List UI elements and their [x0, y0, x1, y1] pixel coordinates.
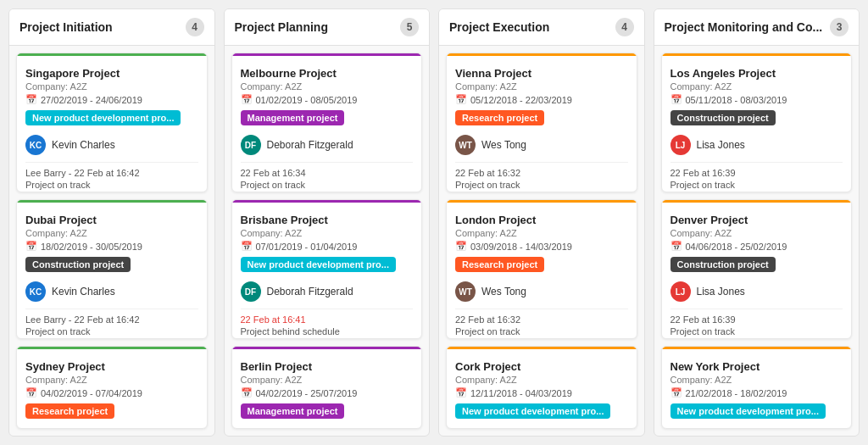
card-title: London Project — [455, 214, 628, 226]
column-execution: Project Execution4Vienna ProjectCompany:… — [438, 8, 645, 437]
card-tag[interactable]: New product development pro... — [670, 403, 826, 419]
card-cork[interactable]: Cork ProjectCompany: A2Z📅12/11/2018 - 04… — [446, 346, 637, 429]
card-footer: Lee Barry - 22 Feb at 16:42Project on tr… — [25, 309, 198, 339]
date-range: 07/01/2019 - 01/04/2019 — [256, 242, 358, 252]
column-initiation: Project Initiation4Singapore ProjectComp… — [8, 8, 215, 437]
calendar-icon: 📅 — [670, 241, 682, 252]
avatar-row: DFDeborah Fitzgerald — [241, 135, 414, 155]
date-range: 01/02/2019 - 08/05/2019 — [256, 95, 358, 105]
card-losangeles[interactable]: Los Angeles ProjectCompany: A2Z📅05/11/20… — [661, 53, 853, 192]
column-count-planning: 5 — [400, 18, 419, 36]
date-range: 04/02/2019 - 25/07/2019 — [256, 388, 358, 398]
card-date: 📅12/11/2018 - 04/03/2019 — [455, 387, 628, 398]
card-vienna[interactable]: Vienna ProjectCompany: A2Z📅05/12/2018 - … — [446, 53, 637, 192]
footer-status: Project on track — [455, 180, 628, 190]
column-count-execution: 4 — [615, 18, 634, 36]
date-range: 05/12/2018 - 22/03/2019 — [470, 95, 572, 105]
card-title: Singapore Project — [25, 67, 198, 80]
card-denver[interactable]: Denver ProjectCompany: A2Z📅04/06/2018 - … — [661, 199, 853, 339]
card-tag[interactable]: New product development pro... — [455, 403, 610, 419]
card-footer: 22 Feb at 16:32Project on track — [455, 309, 628, 339]
card-newyork[interactable]: New York ProjectCompany: A2Z📅21/02/2018 … — [661, 346, 853, 429]
card-singapore[interactable]: Singapore ProjectCompany: A2Z📅27/02/2019… — [16, 53, 208, 192]
card-tag[interactable]: Management project — [241, 403, 345, 419]
card-tag[interactable]: New product development pro... — [241, 257, 396, 272]
avatar: DF — [241, 135, 261, 155]
card-tag[interactable]: Management project — [241, 110, 345, 125]
card-title: New York Project — [670, 360, 843, 373]
column-count-initiation: 4 — [186, 18, 204, 36]
card-top-bar — [662, 53, 852, 56]
card-dubai[interactable]: Dubai ProjectCompany: A2Z📅18/02/2019 - 3… — [16, 199, 208, 339]
footer-status: Project on track — [455, 326, 628, 337]
card-tag[interactable]: Construction project — [670, 257, 776, 272]
card-tag[interactable]: Research project — [455, 257, 544, 272]
card-top-bar — [232, 53, 422, 56]
card-tag[interactable]: Research project — [25, 403, 114, 419]
calendar-icon: 📅 — [455, 94, 467, 105]
avatar-row: DFDeborah Fitzgerald — [241, 281, 414, 302]
footer-status: Project on track — [241, 180, 414, 190]
card-company: Company: A2Z — [25, 81, 198, 92]
assignee-name: Deborah Fitzgerald — [267, 139, 353, 151]
card-top-bar — [17, 347, 207, 349]
avatar: KC — [25, 281, 46, 302]
avatar-row: KCKevin Charles — [25, 135, 198, 155]
card-title: Cork Project — [455, 360, 628, 373]
card-company: Company: A2Z — [670, 81, 843, 92]
footer-date: 22 Feb at 16:39 — [670, 168, 843, 178]
card-footer: 22 Feb at 16:34Project on track — [241, 162, 414, 192]
card-company: Company: A2Z — [25, 375, 198, 385]
card-company: Company: A2Z — [455, 81, 628, 92]
date-range: 03/09/2018 - 14/03/2019 — [470, 242, 572, 252]
card-top-bar — [17, 53, 207, 56]
column-header-planning: Project Planning5 — [225, 9, 430, 46]
card-company: Company: A2Z — [455, 375, 628, 385]
avatar: KC — [25, 135, 46, 155]
card-company: Company: A2Z — [25, 228, 198, 238]
card-london[interactable]: London ProjectCompany: A2Z📅03/09/2018 - … — [446, 199, 637, 339]
card-berlin[interactable]: Berlin ProjectCompany: A2Z📅04/02/2019 - … — [231, 346, 423, 429]
kanban-board: Project Initiation4Singapore ProjectComp… — [8, 8, 860, 437]
footer-date: 22 Feb at 16:41 — [241, 314, 414, 325]
column-body-planning[interactable]: Melbourne ProjectCompany: A2Z📅01/02/2019… — [225, 46, 430, 436]
card-tag[interactable]: Construction project — [670, 110, 776, 125]
column-title-monitoring: Project Monitoring and Co... — [665, 20, 823, 34]
card-title: Melbourne Project — [241, 67, 414, 80]
column-body-initiation[interactable]: Singapore ProjectCompany: A2Z📅27/02/2019… — [9, 46, 214, 436]
card-footer: 22 Feb at 16:32Project on track — [455, 162, 628, 192]
card-tag[interactable]: New product development pro... — [25, 110, 181, 125]
column-count-monitoring: 3 — [830, 18, 849, 36]
calendar-icon: 📅 — [670, 94, 682, 105]
column-header-initiation: Project Initiation4 — [9, 9, 214, 46]
footer-date: 22 Feb at 16:39 — [670, 314, 843, 325]
calendar-icon: 📅 — [670, 387, 682, 398]
avatar: WT — [455, 281, 476, 302]
column-planning: Project Planning5Melbourne ProjectCompan… — [224, 8, 431, 437]
card-top-bar — [232, 200, 422, 203]
card-company: Company: A2Z — [455, 228, 628, 238]
avatar-row: WTWes Tong — [455, 135, 628, 155]
column-header-monitoring: Project Monitoring and Co...3 — [654, 9, 860, 46]
card-tag[interactable]: Construction project — [25, 257, 131, 272]
card-title: Denver Project — [670, 214, 843, 226]
card-tag[interactable]: Research project — [455, 110, 544, 125]
column-body-execution[interactable]: Vienna ProjectCompany: A2Z📅05/12/2018 - … — [439, 46, 644, 436]
card-date: 📅05/12/2018 - 22/03/2019 — [455, 94, 628, 105]
footer-status: Project on track — [25, 180, 198, 190]
card-melbourne[interactable]: Melbourne ProjectCompany: A2Z📅01/02/2019… — [231, 53, 423, 192]
card-sydney[interactable]: Sydney ProjectCompany: A2Z📅04/02/2019 - … — [16, 346, 208, 429]
card-date: 📅18/02/2019 - 30/05/2019 — [25, 241, 198, 252]
column-title-initiation: Project Initiation — [19, 20, 113, 34]
footer-date: 22 Feb at 16:34 — [241, 168, 414, 178]
calendar-icon: 📅 — [455, 387, 467, 398]
card-date: 📅07/01/2019 - 01/04/2019 — [241, 241, 414, 252]
date-range: 12/11/2018 - 04/03/2019 — [470, 388, 572, 398]
column-body-monitoring[interactable]: Los Angeles ProjectCompany: A2Z📅05/11/20… — [654, 46, 860, 436]
card-date: 📅21/02/2018 - 18/02/2019 — [670, 387, 843, 398]
assignee-name: Deborah Fitzgerald — [267, 286, 353, 298]
card-brisbane[interactable]: Brisbane ProjectCompany: A2Z📅07/01/2019 … — [231, 199, 423, 339]
avatar: DF — [241, 281, 261, 302]
card-top-bar — [662, 347, 852, 349]
card-date: 📅05/11/2018 - 08/03/2019 — [670, 94, 843, 105]
